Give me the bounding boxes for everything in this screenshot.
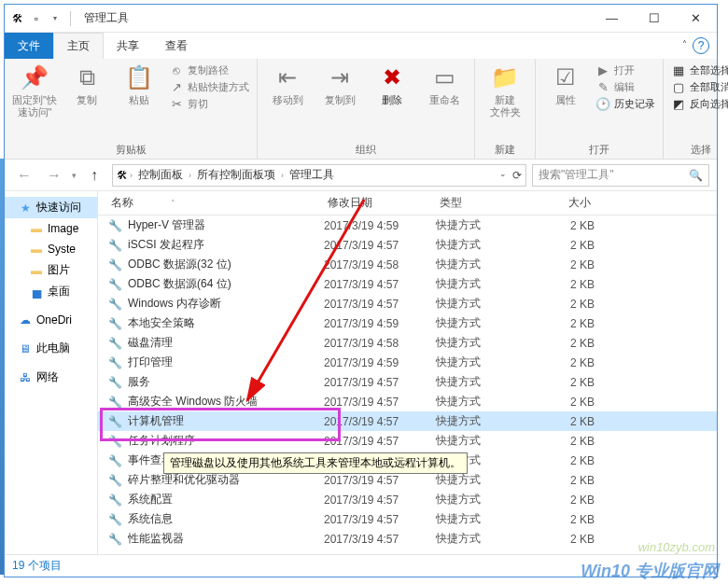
file-row[interactable]: 🔧系统配置2017/3/19 4:57快捷方式2 KB [98,490,717,509]
search-icon: 🔍 [689,169,703,182]
nav-quickaccess[interactable]: ★快速访问 [5,197,97,218]
close-button[interactable]: ✕ [675,5,717,33]
nav-forward-button[interactable]: → [42,163,66,188]
nav-system[interactable]: ▬Syste [5,239,97,259]
file-row[interactable]: 🔧打印管理2017/3/19 4:59快捷方式2 KB [98,353,717,372]
status-text: 19 个项目 [12,558,62,574]
move-to-button[interactable]: ⇤移动到 [265,63,310,106]
history-icon: 🕑 [595,96,610,111]
addr-dropdown-icon[interactable]: ⌄ [499,169,507,182]
open-button[interactable]: ▶打开 [595,63,655,77]
col-name[interactable]: 名称˄ [107,195,324,211]
select-all-button[interactable]: ▦全部选择 [671,63,728,77]
qat-folder-icon[interactable]: ▫ [29,11,44,26]
nav-network[interactable]: 🖧网络 [5,367,97,388]
col-size[interactable]: 大小 [537,195,595,211]
file-date: 2017/3/19 4:59 [324,356,436,369]
file-row[interactable]: 🔧磁盘清理2017/3/19 4:58快捷方式2 KB [98,333,717,353]
nav-recent-icon[interactable]: ▾ [72,171,77,180]
maximize-button[interactable]: ☐ [633,5,675,33]
crumb-1[interactable]: 所有控制面板项 [193,167,279,183]
cut-button[interactable]: ✂剪切 [169,96,249,111]
search-input[interactable]: 搜索"管理工具" 🔍 [532,164,709,187]
address-bar[interactable]: 🛠 › 控制面板 › 所有控制面板项 › 管理工具 ⌄ ⟳ [112,164,526,187]
tab-view[interactable]: 查看 [152,33,201,59]
properties-icon: ☑ [551,63,581,92]
file-size: 2 KB [537,317,595,330]
invert-icon: ◩ [671,96,686,111]
file-row[interactable]: 🔧系统信息2017/3/19 4:57快捷方式2 KB [98,509,717,529]
file-icon: 🔧 [107,414,122,429]
file-size: 2 KB [537,533,595,546]
cloud-icon: ☁ [18,313,33,327]
tab-share[interactable]: 共享 [104,33,152,59]
help-icon[interactable]: ? [693,37,709,54]
collapse-ribbon-icon[interactable]: ˄ [682,39,687,49]
file-size: 2 KB [537,239,595,252]
file-row[interactable]: 🔧iSCSI 发起程序2017/3/19 4:57快捷方式2 KB [98,235,717,255]
minimize-button[interactable]: — [591,5,633,33]
file-row[interactable]: 🔧性能监视器2017/3/19 4:57快捷方式2 KB [98,529,717,549]
file-row[interactable]: 🔧本地安全策略2017/3/19 4:59快捷方式2 KB [98,313,717,333]
new-folder-button[interactable]: 📁新建 文件夹 [483,63,527,118]
file-size: 2 KB [537,396,595,409]
file-type: 快捷方式 [436,217,537,233]
network-icon: 🖧 [18,370,33,385]
file-date: 2017/3/19 4:57 [324,415,436,428]
col-date[interactable]: 修改日期 [324,195,436,211]
file-name: ODBC 数据源(32 位) [128,257,324,272]
file-name: Windows 内存诊断 [128,296,324,312]
crumb-0[interactable]: 控制面板 [134,167,187,183]
copy-button[interactable]: ⧉ 复制 [64,63,109,106]
paste-button[interactable]: 📋 粘贴 [117,63,161,106]
select-none-button[interactable]: ▢全部取消 [671,79,728,94]
file-row[interactable]: 🔧高级安全 Windows 防火墙2017/3/19 4:57快捷方式2 KB [98,392,717,411]
qat-dropdown-icon[interactable]: ▾ [48,11,63,26]
folder-icon: ▬ [29,221,44,236]
file-type: 快捷方式 [436,511,537,527]
refresh-icon[interactable]: ⟳ [512,169,522,182]
file-name: Hyper-V 管理器 [128,217,324,233]
history-button[interactable]: 🕑历史记录 [595,96,655,111]
crumb-2[interactable]: 管理工具 [286,167,338,183]
paste-shortcut-button[interactable]: ↗粘贴快捷方式 [169,79,249,94]
star-icon: ★ [18,201,33,216]
file-icon: 🔧 [107,257,122,272]
file-icon: 🔧 [107,297,122,312]
nav-thispc[interactable]: 🖥此电脑 [5,338,97,359]
copy-path-button[interactable]: ⎋复制路径 [169,63,249,77]
file-row[interactable]: 🔧Hyper-V 管理器2017/3/19 4:59快捷方式2 KB [98,216,717,235]
properties-button[interactable]: ☑属性 [543,63,588,106]
invert-selection-button[interactable]: ◩反向选择 [671,96,728,111]
edit-button[interactable]: ✎编辑 [595,79,655,94]
col-type[interactable]: 类型 [436,195,537,211]
file-row[interactable]: 🔧任务计划程序2017/3/19 4:57快捷方式2 KB [98,431,717,451]
tab-file[interactable]: 文件 [5,33,53,59]
file-row[interactable]: 🔧计算机管理2017/3/19 4:57快捷方式2 KB [98,411,717,431]
file-type: 快捷方式 [436,276,537,292]
nav-images[interactable]: ▬Image [5,218,97,239]
rename-button[interactable]: ▭重命名 [422,63,467,106]
tab-home[interactable]: 主页 [53,33,104,59]
file-size: 2 KB [537,356,595,369]
file-icon: 🔧 [107,395,122,410]
file-row[interactable]: 🔧ODBC 数据源(64 位)2017/3/19 4:57快捷方式2 KB [98,274,717,294]
nav-onedrive[interactable]: ☁OneDri [5,310,97,330]
pin-quickaccess-button[interactable]: 📌 固定到"快 速访问" [12,63,57,118]
file-date: 2017/3/19 4:59 [324,317,436,330]
nav-pictures[interactable]: ▬图片 [5,259,97,281]
nav-desktop[interactable]: ▅桌面 [5,281,97,302]
nav-up-button[interactable]: ↑ [82,163,106,188]
file-name: iSCSI 发起程序 [128,237,324,253]
file-row[interactable]: 🔧Windows 内存诊断2017/3/19 4:57快捷方式2 KB [98,294,717,313]
selectnone-icon: ▢ [671,79,686,94]
file-row[interactable]: 🔧ODBC 数据源(32 位)2017/3/19 4:58快捷方式2 KB [98,255,717,274]
file-row[interactable]: 🔧服务2017/3/19 4:57快捷方式2 KB [98,372,717,392]
nav-back-button[interactable]: ← [12,163,36,188]
file-icon: 🔧 [107,473,122,488]
watermark-url: win10zyb.com [638,540,715,554]
copy-to-button[interactable]: ⇥复制到 [317,63,362,106]
titlebar: 🛠 ▫ ▾ 管理工具 — ☐ ✕ [5,5,717,33]
delete-button[interactable]: ✖删除 [370,63,414,106]
file-name: 磁盘清理 [128,335,324,351]
